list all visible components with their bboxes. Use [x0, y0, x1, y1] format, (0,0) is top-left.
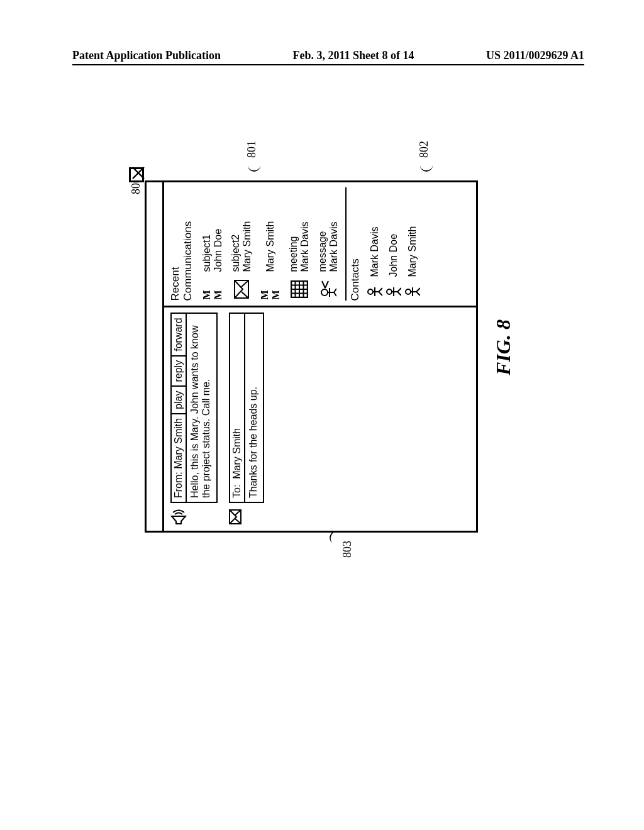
page-header: Patent Application Publication Feb. 3, 2…	[72, 49, 584, 62]
message-pane: From: Mary Smith play reply forward Hell…	[164, 306, 476, 531]
person-icon	[367, 284, 382, 299]
im-icon	[320, 279, 336, 299]
contacts-heading: Contacts	[349, 187, 362, 301]
contact-name: Mark Davis	[369, 226, 380, 277]
contact-name: Mary Smith	[407, 226, 418, 277]
recent-sender: Mary Smith	[242, 221, 253, 272]
callout-803: 803	[341, 541, 354, 558]
svg-line-20	[334, 289, 336, 292]
svg-line-32	[397, 288, 401, 292]
reply-button[interactable]: reply	[172, 357, 186, 387]
recent-item[interactable]: subject2 Mary Smith	[227, 187, 256, 301]
svg-line-22	[325, 281, 328, 288]
voicemail-mm-icon: M M	[201, 279, 224, 299]
contact-item[interactable]: Mary Smith	[403, 187, 422, 301]
figure-label: FIG. 8	[492, 319, 515, 375]
outgoing-message: To: Mary Smith Thanks for the heads up.	[229, 313, 264, 526]
svg-line-8	[242, 280, 248, 287]
voicemail-transcript: Hello, this is Mary. John wants to know …	[187, 313, 218, 503]
leader-802	[420, 159, 433, 172]
recent-sender: John Doe	[213, 229, 224, 272]
person-icon	[386, 284, 401, 299]
outgoing-to-row: To: Mary Smith	[229, 313, 245, 503]
calendar-icon	[291, 279, 308, 299]
envelope-icon	[229, 508, 264, 526]
recent-item[interactable]: meeting Mark Davis	[285, 187, 314, 301]
forward-button[interactable]: forward	[172, 314, 186, 356]
header-right: US 2011/0029629 A1	[486, 49, 584, 62]
figure-8: 800 801 802 803 804 805	[127, 99, 517, 558]
from-name: Mary Smith	[173, 418, 184, 469]
svg-line-27	[379, 288, 382, 292]
svg-point-28	[387, 289, 392, 294]
header-left: Patent Application Publication	[72, 49, 221, 62]
side-pane: Recent Communications M M subject1 John …	[164, 182, 476, 306]
section-divider	[345, 187, 347, 301]
svg-line-19	[334, 292, 336, 296]
to-label: To:	[231, 485, 243, 498]
speaker-icon	[170, 508, 218, 526]
envelope-icon	[234, 279, 249, 299]
voicemail-mm-icon: M M	[259, 279, 282, 299]
recent-sender: Mark Davis	[328, 221, 340, 272]
contact-item[interactable]: John Doe	[384, 187, 403, 301]
header-rule	[72, 64, 584, 65]
contact-item[interactable]: Mark Davis	[365, 187, 384, 301]
recent-communications-heading: Recent Communications	[169, 187, 194, 301]
recent-item[interactable]: M M Mary Smith	[256, 187, 285, 301]
contact-name: John Doe	[388, 234, 399, 277]
recent-item[interactable]: M M subject1 John Doe	[198, 187, 227, 301]
recent-sender: Mark Davis	[299, 221, 311, 272]
callout-802: 802	[418, 141, 431, 158]
svg-line-4	[235, 519, 241, 524]
svg-point-23	[368, 289, 373, 294]
svg-marker-2	[172, 516, 186, 524]
svg-line-36	[416, 292, 420, 296]
recent-subject: subject1	[201, 229, 213, 272]
recent-sender: Mary Smith	[265, 221, 276, 272]
svg-line-21	[322, 281, 325, 288]
svg-line-31	[397, 292, 401, 296]
to-name: Mary Smith	[231, 428, 243, 479]
header-center: Feb. 3, 2011 Sheet 8 of 14	[293, 49, 414, 62]
recent-subject: message	[317, 221, 328, 272]
svg-line-5	[235, 510, 241, 515]
svg-line-26	[379, 292, 382, 296]
svg-line-7	[242, 292, 248, 298]
window-titlebar	[147, 182, 164, 531]
outgoing-body[interactable]: Thanks for the heads up.	[245, 313, 264, 503]
recent-item[interactable]: message Mark Davis	[314, 187, 343, 301]
recent-subject: meeting	[288, 221, 299, 272]
voicemail-header-row: From: Mary Smith play reply forward	[170, 313, 187, 503]
recent-subject: subject2	[230, 221, 242, 272]
callout-801: 801	[245, 141, 258, 158]
svg-point-33	[406, 289, 411, 294]
close-button[interactable]	[129, 167, 144, 182]
from-label: From: Mary Smith	[172, 414, 186, 502]
voicemail-message: From: Mary Smith play reply forward Hell…	[170, 313, 218, 526]
play-button[interactable]: play	[172, 387, 186, 414]
person-icon	[405, 284, 420, 299]
svg-line-37	[416, 288, 420, 292]
svg-point-16	[321, 289, 328, 296]
window-800: From: Mary Smith play reply forward Hell…	[145, 180, 478, 533]
leader-801	[248, 159, 260, 172]
